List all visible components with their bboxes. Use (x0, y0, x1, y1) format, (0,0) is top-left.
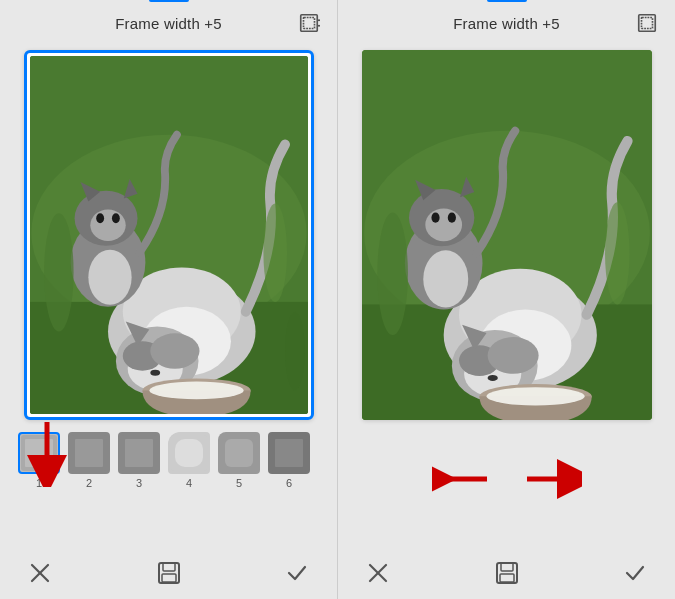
left-photo-frame (24, 50, 314, 420)
svg-point-12 (150, 370, 160, 376)
thumb-item-4[interactable]: 4 (168, 432, 210, 489)
svg-rect-34 (75, 439, 103, 467)
right-save-button[interactable] (491, 557, 523, 589)
right-photo (362, 50, 652, 420)
arrow-left-right-annotation (432, 454, 582, 504)
save-button[interactable] (153, 557, 185, 589)
svg-point-27 (263, 204, 287, 302)
svg-point-66 (431, 213, 439, 223)
svg-rect-83 (500, 574, 514, 582)
right-confirm-button[interactable] (619, 557, 651, 589)
left-bottom-bar (0, 547, 337, 599)
cat-scene-right (362, 50, 652, 420)
thumb-label-5: 5 (236, 477, 242, 489)
right-frame-width-icon[interactable] (635, 11, 659, 35)
left-photo (30, 56, 308, 414)
thumb-box-6[interactable] (268, 432, 310, 474)
right-panel-header: Frame width +5 (338, 0, 675, 46)
svg-point-14 (150, 333, 199, 368)
svg-point-71 (486, 387, 584, 405)
svg-point-58 (487, 375, 497, 381)
right-cancel-button[interactable] (362, 557, 394, 589)
thumb-item-2[interactable]: 2 (68, 432, 110, 489)
right-panel-title: Frame width +5 (453, 15, 560, 32)
svg-point-63 (423, 250, 468, 307)
svg-rect-82 (501, 563, 513, 571)
thumb-box-2[interactable] (68, 432, 110, 474)
left-panel: Frame width +5 (0, 0, 337, 599)
cat-scene-left (30, 56, 308, 414)
svg-rect-42 (275, 439, 303, 467)
thumb-label-4: 4 (186, 477, 192, 489)
confirm-button[interactable] (281, 557, 313, 589)
right-photo-frame (362, 50, 652, 420)
thumb-box-5[interactable] (218, 432, 260, 474)
left-panel-title: Frame width +5 (115, 15, 222, 32)
arrow-down-annotation (22, 417, 72, 491)
thumb-item-6[interactable]: 6 (268, 432, 310, 489)
svg-point-65 (425, 208, 462, 241)
thumb-box-3[interactable] (118, 432, 160, 474)
left-panel-header: Frame width +5 (0, 0, 337, 46)
svg-point-73 (605, 202, 630, 304)
svg-point-28 (285, 312, 305, 391)
thumb-label-2: 2 (86, 477, 92, 489)
svg-rect-36 (125, 439, 153, 467)
svg-point-67 (447, 213, 455, 223)
thumb-label-6: 6 (286, 477, 292, 489)
svg-point-21 (111, 213, 119, 223)
thumb-box-4[interactable] (168, 432, 210, 474)
right-panel: Frame width +5 (337, 0, 675, 599)
svg-rect-38 (175, 439, 203, 467)
svg-point-60 (487, 337, 538, 374)
cancel-button[interactable] (24, 557, 56, 589)
thumb-item-5[interactable]: 5 (218, 432, 260, 489)
svg-point-17 (88, 250, 131, 305)
right-bottom-bar (338, 547, 675, 599)
thumb-item-3[interactable]: 3 (118, 432, 160, 489)
svg-point-25 (149, 382, 243, 400)
svg-point-72 (377, 213, 408, 336)
svg-rect-1 (304, 18, 315, 29)
svg-point-19 (90, 209, 125, 240)
svg-point-20 (96, 213, 104, 223)
svg-point-26 (44, 213, 74, 331)
svg-rect-46 (163, 563, 175, 571)
svg-rect-49 (642, 18, 653, 29)
svg-rect-40 (225, 439, 253, 467)
frame-width-icon[interactable] (297, 11, 321, 35)
thumb-label-3: 3 (136, 477, 142, 489)
svg-rect-47 (162, 574, 176, 582)
